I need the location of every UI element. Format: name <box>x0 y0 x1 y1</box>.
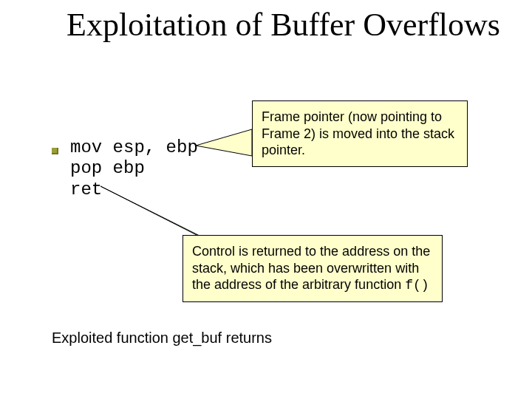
callout-lower-code: f() <box>405 278 429 293</box>
callout-frame-pointer: Frame pointer (now pointing to Frame 2) … <box>252 100 468 167</box>
code-line-3: ret <box>70 180 102 200</box>
slide: Exploitation of Buffer Overflows mov esp… <box>0 0 532 399</box>
code-line-1: mov esp, ebp <box>70 137 198 157</box>
slide-title: Exploitation of Buffer Overflows <box>66 7 500 43</box>
callout-lower-text: Control is returned to the address on th… <box>192 244 430 292</box>
bullet-icon <box>52 148 58 154</box>
subtitle: Exploited function get_buf returns <box>52 330 272 347</box>
code-line-2: pop ebp <box>70 158 145 178</box>
svg-marker-0 <box>196 129 252 156</box>
callout-control-return: Control is returned to the address on th… <box>183 235 443 302</box>
callout-upper-text: Frame pointer (now pointing to Frame 2) … <box>262 109 454 157</box>
